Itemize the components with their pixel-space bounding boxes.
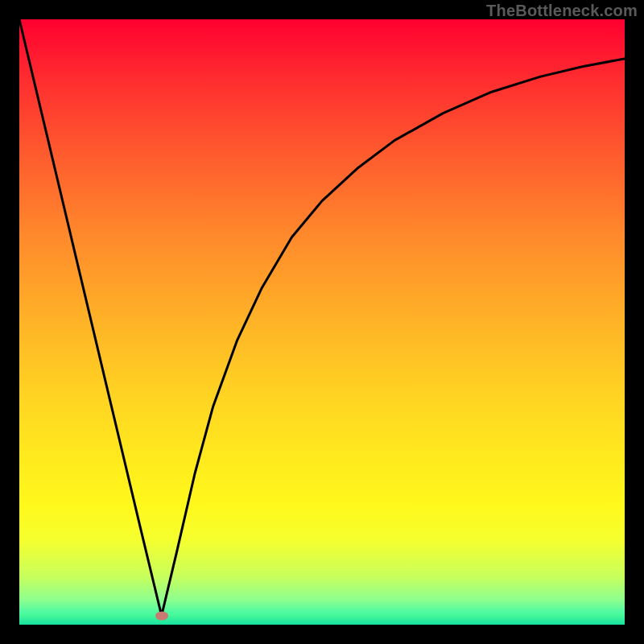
bottleneck-curve [19,19,625,625]
plot-area [19,19,625,625]
watermark-text: TheBottleneck.com [486,2,638,20]
optimal-point-marker [155,611,168,620]
chart-frame [19,19,625,625]
